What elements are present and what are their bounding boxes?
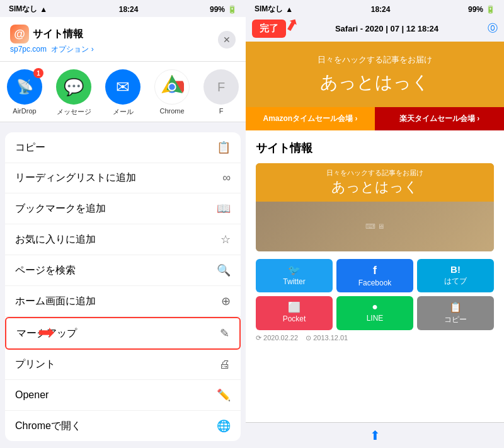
left-panel: SIMなし ▲ 18:24 99% 🔋 @ サイト情報 sp7pc.com オプ… (0, 0, 246, 448)
right-battery-area: 99% 🔋 (468, 5, 495, 14)
copy-share-btn[interactable]: 📋 コピー (417, 296, 494, 330)
airdrop-label: AirDrop (13, 107, 36, 115)
hero-title: あっとはっく (256, 71, 494, 95)
meta-created: ⊙ 2013.12.01 (306, 334, 348, 342)
time-label: 18:24 (119, 5, 139, 14)
thumb-subtitle: 日々をハックする記事をお届け (261, 168, 489, 178)
web-content[interactable]: 日々をハックする記事をお届け あっとはっく Amazonタイムセール会場 › 楽… (246, 42, 504, 422)
at-icon: @ (10, 25, 29, 43)
thumb-bg: ⌨ 🖥 (256, 202, 494, 251)
edit-icon[interactable]: ⓪ (488, 22, 498, 35)
add-home-label: ホーム画面に追加 (15, 295, 96, 308)
twitter-label: Twitter (283, 277, 305, 286)
menu-list: コピー 📋 リーディングリストに追加 ∞ ブックマークを追加 📖 お気に入りに追… (5, 132, 241, 441)
copy-share-label: コピー (444, 315, 467, 324)
twitter-icon: 🐦 (258, 264, 330, 276)
app-icon-messages[interactable]: 💬 メッセージ (49, 69, 98, 117)
menu-item-print[interactable]: プリント 🖨 (5, 350, 241, 380)
menu-item-opener[interactable]: Opener ✏️ (5, 380, 241, 411)
menu-item-favorites[interactable]: お気に入りに追加 ☆ (5, 224, 241, 255)
sheet-subtitle: sp7pc.com オプション › (10, 44, 94, 55)
app-icon-mail[interactable]: ✉ メール (98, 69, 147, 117)
twitter-share-btn[interactable]: 🐦 Twitter (256, 259, 333, 292)
opener-label: Opener (15, 389, 49, 401)
thumb-title: あっとはっく (261, 178, 489, 197)
copy-label: コピー (15, 141, 45, 154)
rakuten-promo-btn[interactable]: 楽天タイムセール会場 › (375, 107, 504, 130)
sheet-header: @ サイト情報 sp7pc.com オプション › ✕ (0, 17, 246, 62)
menu-item-add-home[interactable]: ホーム画面に追加 ⊕ (5, 286, 241, 317)
svg-point-3 (169, 84, 175, 90)
chrome-open-label: Chromeで開く (15, 420, 81, 433)
battery-icon: 🔋 (227, 5, 237, 14)
right-time: 18:24 (371, 5, 391, 14)
status-bar-left: SIMなし ▲ 18:24 99% 🔋 (0, 0, 246, 17)
facebook-share-btn[interactable]: f Facebook (336, 259, 413, 292)
menu-container: コピー 📋 リーディングリストに追加 ∞ ブックマークを追加 📖 お気に入りに追… (0, 127, 246, 448)
app-icon-more[interactable]: F F (197, 69, 246, 117)
line-icon: ● (339, 301, 411, 313)
opener-icon: ✏️ (217, 388, 231, 402)
pocket-share-btn[interactable]: ⬜ Pocket (256, 296, 333, 330)
promo-buttons: Amazonタイムセール会場 › 楽天タイムセール会場 › (246, 107, 504, 130)
app-icon-chrome[interactable]: Chrome (147, 69, 197, 117)
chrome-label: Chrome (159, 107, 184, 115)
site-thumbnail: 日々をハックする記事をお届け あっとはっく ⌨ 🖥 (256, 163, 494, 251)
menu-item-bookmark[interactable]: ブックマークを追加 📖 (5, 193, 241, 224)
app-icon-airdrop[interactable]: 📡 1 AirDrop (0, 69, 49, 117)
favorites-icon: ☆ (220, 233, 231, 246)
reading-list-label: リーディングリストに追加 (15, 171, 136, 185)
copy-share-icon: 📋 (420, 301, 491, 313)
right-battery-icon: 🔋 (486, 5, 495, 14)
more-icon: F (203, 69, 239, 105)
right-status-area: 99% 🔋 (210, 5, 237, 14)
done-button[interactable]: 完了 (252, 20, 286, 38)
status-bar-right: SIMなし ▲ 18:24 99% 🔋 (246, 0, 504, 17)
site-info-section: サイト情報 日々をハックする記事をお届け あっとはっく ⌨ 🖥 🐦 Twitte… (246, 130, 504, 352)
line-share-btn[interactable]: ● LINE (336, 296, 413, 330)
share-toolbar-icon[interactable]: ⬆ (370, 428, 381, 443)
menu-item-search-page[interactable]: ページを検索 🔍 (5, 255, 241, 286)
messages-label: メッセージ (57, 107, 91, 117)
messages-icon: 💬 (56, 69, 91, 105)
airdrop-badge: 1 (33, 68, 43, 78)
site-meta: ⟳ 2020.02.22 ⊙ 2013.12.01 (256, 334, 494, 342)
chrome-open-icon: 🌐 (217, 419, 231, 433)
menu-item-reading-list[interactable]: リーディングリストに追加 ∞ (5, 163, 241, 193)
line-label: LINE (367, 314, 384, 323)
reading-list-icon: ∞ (222, 171, 231, 185)
sheet-title: @ サイト情報 (10, 25, 94, 43)
facebook-icon: f (339, 264, 411, 277)
menu-item-copy[interactable]: コピー 📋 (5, 132, 241, 163)
site-info-title: サイト情報 (256, 141, 494, 156)
hatena-share-btn[interactable]: B! はてブ (417, 259, 494, 292)
facebook-label: Facebook (358, 279, 392, 287)
search-icon: 🔍 (217, 263, 231, 277)
close-button[interactable]: ✕ (218, 31, 236, 49)
print-icon: 🖨 (219, 358, 231, 371)
bookmark-icon: 📖 (217, 202, 231, 215)
right-carrier-area: SIMなし ▲ (255, 4, 293, 14)
wifi-icon: ▲ (40, 5, 47, 14)
hero-subtitle: 日々をハックする記事をお届け (256, 54, 494, 66)
share-buttons: 🐦 Twitter f Facebook B! はてブ ⬜ Pocket ● (256, 259, 494, 330)
airdrop-icon: 📡 1 (7, 69, 42, 105)
pocket-label: Pocket (283, 314, 306, 323)
safari-title: Safari - 2020 | 07 | 12 18:24 (291, 24, 483, 33)
right-wifi-icon: ▲ (285, 5, 293, 14)
menu-item-chrome-open[interactable]: Chromeで開く 🌐 (5, 411, 241, 441)
mail-label: メール (113, 107, 134, 117)
amazon-promo-btn[interactable]: Amazonタイムセール会場 › (246, 107, 375, 130)
right-carrier: SIMなし (255, 4, 283, 14)
mail-icon: ✉ (105, 69, 140, 105)
markup-icon: ✎ (220, 326, 229, 340)
print-label: プリント (15, 358, 55, 371)
red-arrow-left: ➡ (38, 320, 55, 344)
hatena-icon: B! (420, 264, 491, 275)
carrier-label: SIMなし (9, 4, 37, 14)
web-hero: 日々をハックする記事をお届け あっとはっく (246, 42, 504, 107)
copy-icon: 📋 (217, 141, 231, 154)
pocket-icon: ⬜ (258, 301, 330, 313)
safari-toolbar: ⬆ (246, 422, 504, 448)
hatena-label: はてブ (444, 277, 467, 285)
